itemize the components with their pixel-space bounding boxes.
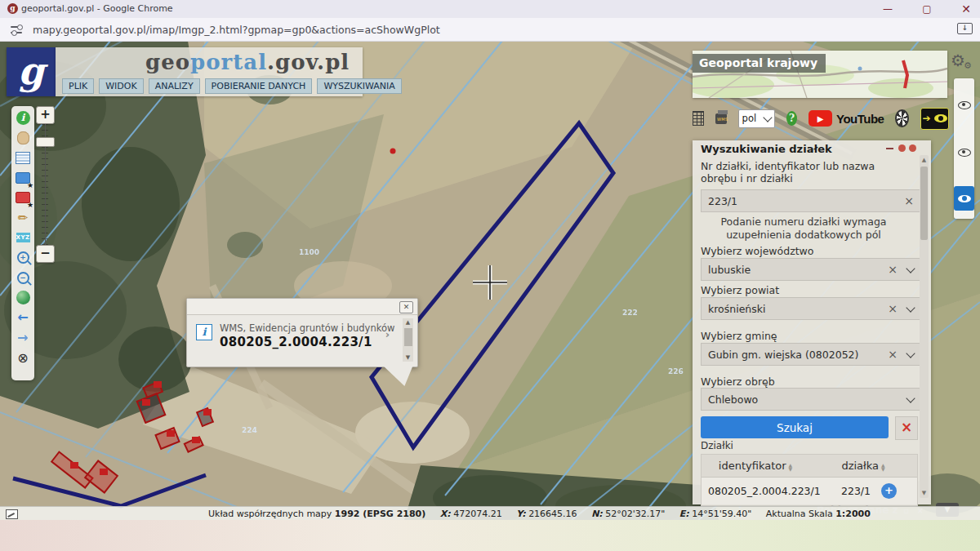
search-button[interactable]: Szukaj [701, 416, 889, 438]
county-value: krośnieński [708, 303, 766, 315]
menu-pobieranie-danych[interactable]: POBIERANIE DANYCH [205, 78, 313, 94]
parcel-label: 222 [622, 309, 638, 317]
voivodeship-select[interactable]: lubuskie × [701, 258, 921, 281]
browser-urlbar: mapy.geoportal.gov.pl/imap/Imgp_2.html?g… [0, 18, 980, 42]
tune-icon[interactable] [11, 25, 22, 34]
zoom-out-icon[interactable]: − [15, 269, 31, 286]
menu-wyszukiwania[interactable]: WYSZUKIWANIA [317, 78, 401, 94]
accessibility-contrast-toggle[interactable]: ➔ [920, 108, 949, 130]
layer-visibility-strip [954, 78, 974, 219]
chevron-down-icon[interactable] [906, 303, 915, 312]
parcel-number-label: Nr działki, identyfikator lub nazwa obrę… [701, 160, 905, 184]
crs-prefix: Układ współrzędnych mapy [208, 509, 332, 519]
zoom-to-parcel-button[interactable]: + [881, 483, 897, 499]
n-label: N: [591, 509, 603, 519]
install-app-icon[interactable]: ↓ [957, 23, 973, 34]
scrollbar-thumb[interactable] [404, 328, 412, 346]
scroll-up-icon[interactable]: ▲ [403, 319, 413, 326]
youtube-link[interactable]: ▶ YouTube [808, 110, 884, 127]
scroll-up-icon[interactable]: ▲ [920, 157, 928, 163]
panel-help-icon[interactable] [898, 144, 906, 152]
clear-selection-icon[interactable]: ⊗ [15, 349, 31, 366]
zoom-slider-handle[interactable] [36, 137, 55, 147]
table-row[interactable]: 080205_2.0004.223/1 223/1 + [702, 478, 917, 504]
crs-value: 1992 (EPSG 2180) [335, 509, 425, 519]
chevron-down-icon[interactable] [906, 349, 915, 358]
popup-scrollbar[interactable]: ▲ ▼ [403, 318, 413, 362]
maximize-button[interactable]: ▢ [915, 2, 939, 16]
county-label: Wybierz powiat [701, 284, 905, 296]
geoportal-logo[interactable]: g [7, 47, 56, 96]
close-button[interactable]: ✕ [954, 2, 978, 16]
zoom-in-icon[interactable]: + [15, 250, 31, 266]
clear-field-icon[interactable]: × [904, 194, 914, 207]
parcel-number-value: 223/1 [708, 195, 737, 207]
bip-wheel-icon[interactable] [895, 109, 909, 127]
clear-icon[interactable]: × [888, 263, 898, 276]
zoom-in-button[interactable]: + [36, 106, 55, 124]
print-icon[interactable] [715, 113, 727, 124]
full-extent-globe-icon[interactable] [15, 290, 31, 306]
chevron-down-icon[interactable] [906, 264, 915, 273]
remove-wms-icon[interactable]: ★ [15, 189, 31, 206]
windows-taskbar: Wyszukaj • ∧ ☁ 14:39 18.07.2024 21 [0, 520, 980, 551]
parcel-number-input[interactable]: 223/1 × [701, 189, 921, 212]
measure-area-icon[interactable] [6, 509, 18, 519]
xyz-coordinates-icon[interactable]: XYZ [15, 229, 31, 246]
clear-icon[interactable]: × [888, 302, 898, 315]
active-eye-icon[interactable] [954, 186, 974, 211]
menu-plik[interactable]: PLIK [62, 78, 94, 94]
settings-gear-icon[interactable]: ⚙⚙ [951, 51, 975, 73]
panel-minimize-icon[interactable] [886, 148, 893, 149]
district-select[interactable]: Chlebowo [701, 388, 921, 411]
layers-table-icon[interactable] [15, 149, 31, 166]
window-title: geoportal.gov.pl - Google Chrome [21, 3, 173, 14]
arrow-icon: ➔ [923, 113, 931, 124]
minimize-button[interactable]: — [875, 2, 900, 16]
district-value: Chlebowo [708, 393, 758, 406]
district-label: Wybierz obręb [701, 375, 905, 388]
minimap-title: Geoportal krajowy [693, 54, 826, 73]
commune-label: Wybierz gminę [701, 330, 905, 342]
panel-scrollbar[interactable]: ▲ ▼ [920, 155, 929, 498]
draw-measure-icon[interactable]: ✏ [15, 210, 31, 226]
menu-analizy[interactable]: ANALIZY [149, 78, 200, 94]
help-icon[interactable]: ? [786, 111, 797, 126]
pan-hand-icon[interactable] [15, 130, 31, 146]
voivodeship-value: lubuskie [708, 264, 751, 276]
popup-close-icon[interactable]: ✕ [399, 301, 413, 313]
info-icon: i [196, 324, 212, 340]
youtube-label: YouTube [836, 112, 884, 126]
eye-icon[interactable] [958, 149, 971, 157]
commune-select[interactable]: Gubin gm. wiejska (0802052) × [701, 343, 921, 366]
chevron-down-icon [763, 113, 772, 122]
url-field[interactable]: mapy.geoportal.gov.pl/imap/Imgp_2.html?g… [33, 24, 440, 36]
validation-hint: Podanie numeru działki wymaga uzupełnien… [701, 216, 906, 242]
column-dzialka[interactable]: działka▲▼ [809, 460, 917, 472]
info-icon[interactable]: i [15, 109, 31, 126]
add-wms-icon[interactable]: ★ [15, 170, 31, 186]
cancel-search-button[interactable]: × [895, 416, 918, 440]
scroll-down-icon[interactable]: ▼ [920, 490, 928, 496]
results-table-header: identyfikator▲▼ działka▲▼ [702, 455, 917, 478]
clear-icon[interactable]: × [888, 348, 898, 361]
commune-value: Gubin gm. wiejska (0802052) [708, 349, 858, 361]
column-identyfikator[interactable]: identyfikator▲▼ [702, 460, 809, 472]
menu-widok[interactable]: WIDOK [99, 78, 143, 94]
scroll-down-icon[interactable]: ▼ [403, 354, 413, 361]
voivodeship-label: Wybierz województwo [701, 245, 905, 257]
parcel-label: 224 [242, 426, 257, 434]
zoom-out-button[interactable]: − [36, 245, 55, 263]
legend-grid-icon[interactable] [693, 111, 704, 126]
next-result-chevron[interactable]: › [385, 328, 390, 340]
popup-titlebar[interactable] [187, 299, 417, 315]
panel-close-icon[interactable] [909, 144, 916, 152]
results-table: identyfikator▲▼ działka▲▼ 080205_2.0004.… [701, 454, 918, 506]
chevron-down-icon[interactable] [906, 393, 915, 402]
language-select[interactable]: pol [738, 109, 776, 128]
county-select[interactable]: krośnieński × [701, 297, 921, 320]
previous-view-icon[interactable]: ← [15, 309, 31, 326]
next-view-icon[interactable]: → [15, 330, 31, 346]
scrollbar-thumb[interactable] [920, 167, 928, 240]
eye-icon[interactable] [958, 101, 971, 109]
